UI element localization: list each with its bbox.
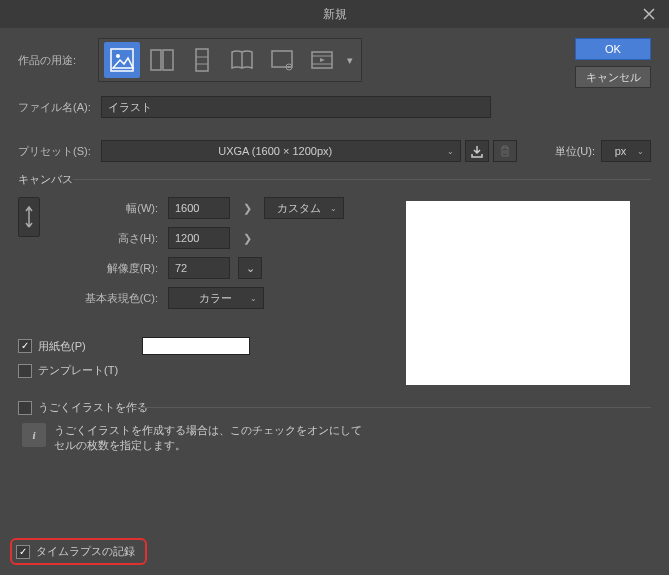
- divider: [73, 179, 651, 180]
- purpose-toolbar: ▾: [98, 38, 362, 82]
- purpose-label: 作品の用途:: [18, 53, 88, 68]
- purpose-comic-icon[interactable]: [144, 42, 180, 78]
- ok-button[interactable]: OK: [575, 38, 651, 60]
- timelapse-row: タイムラプスの記録: [10, 538, 147, 565]
- template-checkbox[interactable]: [18, 364, 32, 378]
- purpose-video-icon[interactable]: [304, 42, 340, 78]
- chevron-down-icon: ⌄: [447, 147, 454, 156]
- purpose-animation-icon[interactable]: [264, 42, 300, 78]
- canvas-legend: キャンバス: [18, 173, 73, 185]
- purpose-webtoon-icon[interactable]: [184, 42, 220, 78]
- template-label: テンプレート(T): [38, 363, 118, 378]
- resolution-input[interactable]: [168, 257, 230, 279]
- svg-rect-2: [151, 50, 161, 70]
- rotate-button[interactable]: [18, 197, 40, 237]
- preset-save-button[interactable]: [465, 140, 489, 162]
- divider: [128, 407, 651, 408]
- colormode-select[interactable]: カラー ⌄: [168, 287, 264, 309]
- preset-label: プリセット(S):: [18, 144, 91, 159]
- close-button[interactable]: [629, 0, 669, 28]
- animation-checkbox[interactable]: [18, 401, 32, 415]
- resolution-dropdown[interactable]: ⌄: [238, 257, 262, 279]
- cancel-button[interactable]: キャンセル: [575, 66, 651, 88]
- canvas-preview: [406, 201, 630, 385]
- svg-point-1: [116, 54, 120, 58]
- preset-value: UXGA (1600 × 1200px): [108, 145, 443, 157]
- height-label: 高さ(H):: [48, 231, 158, 246]
- unit-label: 単位(U):: [555, 144, 595, 159]
- svg-rect-7: [272, 51, 292, 67]
- width-input[interactable]: [168, 197, 230, 219]
- colormode-value: カラー: [199, 291, 246, 306]
- dialog-title: 新規: [323, 6, 347, 23]
- chevron-down-icon: ⌄: [637, 147, 644, 156]
- size-preset-select[interactable]: カスタム ⌄: [264, 197, 344, 219]
- purpose-illustration-icon[interactable]: [104, 42, 140, 78]
- width-label: 幅(W):: [48, 201, 158, 216]
- filename-input[interactable]: [101, 96, 491, 118]
- chevron-down-icon: ⌄: [250, 294, 257, 303]
- unit-value: px: [608, 145, 633, 157]
- paper-color-swatch[interactable]: [142, 337, 250, 355]
- titlebar: 新規: [0, 0, 669, 28]
- resolution-label: 解像度(R):: [48, 261, 158, 276]
- paper-color-label: 用紙色(P): [38, 339, 86, 354]
- arrow-right-icon[interactable]: ❯: [230, 232, 264, 245]
- chevron-down-icon: ⌄: [330, 204, 337, 213]
- colormode-label: 基本表現色(C):: [48, 291, 158, 306]
- size-preset-value: カスタム: [271, 201, 326, 216]
- purpose-book-icon[interactable]: [224, 42, 260, 78]
- svg-rect-3: [163, 50, 173, 70]
- timelapse-label: タイムラプスの記録: [36, 544, 135, 559]
- filename-label: ファイル名(A):: [18, 100, 91, 115]
- preset-select[interactable]: UXGA (1600 × 1200px) ⌄: [101, 140, 461, 162]
- info-icon: i: [22, 423, 46, 447]
- paper-color-checkbox[interactable]: [18, 339, 32, 353]
- preset-delete-button[interactable]: [493, 140, 517, 162]
- purpose-more-icon[interactable]: ▾: [342, 42, 358, 78]
- arrow-right-icon[interactable]: ❯: [230, 202, 264, 215]
- unit-select[interactable]: px ⌄: [601, 140, 651, 162]
- svg-rect-4: [196, 49, 208, 71]
- height-input[interactable]: [168, 227, 230, 249]
- timelapse-checkbox[interactable]: [16, 545, 30, 559]
- animation-description: うごくイラストを作成する場合は、このチェックをオンにして セルの枚数を指定します…: [54, 423, 362, 453]
